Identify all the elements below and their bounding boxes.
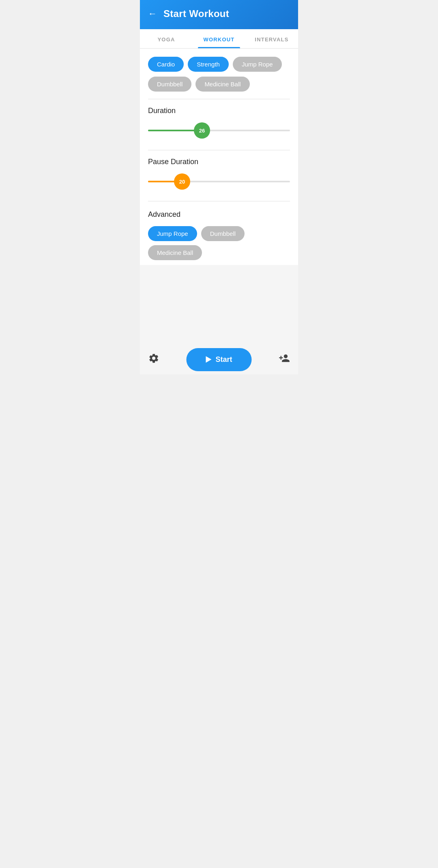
divider-2 — [148, 150, 290, 150]
add-person-icon — [279, 353, 290, 364]
divider-3 — [148, 201, 290, 201]
main-content: Cardio Strength Jump Rope Dumbbell Medic… — [140, 49, 298, 265]
chip-cardio[interactable]: Cardio — [148, 57, 184, 72]
duration-thumb[interactable]: 26 — [194, 122, 210, 139]
chip-medicine-ball-adv[interactable]: Medicine Ball — [148, 245, 202, 260]
duration-label: Duration — [148, 107, 290, 115]
play-icon — [206, 356, 211, 363]
pause-duration-thumb[interactable]: 20 — [174, 173, 190, 190]
tab-workout[interactable]: WORKOUT — [193, 29, 245, 48]
tab-yoga[interactable]: YOGA — [140, 29, 193, 48]
start-button-label: Start — [215, 355, 232, 364]
chip-strength[interactable]: Strength — [188, 57, 229, 72]
header: ← Start Workout — [140, 0, 298, 29]
pause-duration-track — [148, 181, 290, 182]
settings-button[interactable] — [148, 353, 159, 366]
divider-1 — [148, 99, 290, 99]
tabs-bar: YOGA WORKOUT INTERVALS — [140, 29, 298, 49]
advanced-label: Advanced — [148, 210, 290, 219]
bottom-bar: Start — [140, 346, 298, 374]
page-title: Start Workout — [163, 8, 229, 19]
pause-duration-slider[interactable]: 20 — [148, 173, 290, 190]
chip-medicine-ball[interactable]: Medicine Ball — [195, 77, 249, 92]
filter-chips-row2: Dumbbell Medicine Ball — [148, 77, 290, 92]
phone-container: ← Start Workout YOGA WORKOUT INTERVALS C… — [140, 0, 298, 374]
gray-spacer — [140, 265, 298, 346]
chip-jump-rope[interactable]: Jump Rope — [233, 57, 282, 72]
pause-duration-section: Pause Duration 20 — [148, 158, 290, 194]
chip-jump-rope-adv[interactable]: Jump Rope — [148, 226, 197, 241]
filter-chips-row1: Cardio Strength Jump Rope — [148, 57, 290, 72]
duration-track — [148, 130, 290, 131]
duration-section: Duration 26 — [148, 107, 290, 143]
advanced-section: Advanced Jump Rope Dumbbell Medicine Bal… — [148, 209, 290, 260]
add-person-button[interactable] — [279, 353, 290, 366]
chip-dumbbell-adv[interactable]: Dumbbell — [201, 226, 245, 241]
tab-intervals[interactable]: INTERVALS — [245, 29, 298, 48]
chip-dumbbell[interactable]: Dumbbell — [148, 77, 191, 92]
pause-duration-label: Pause Duration — [148, 158, 290, 166]
back-button[interactable]: ← — [148, 9, 157, 18]
gear-icon — [148, 353, 159, 364]
start-button[interactable]: Start — [186, 348, 251, 371]
advanced-chips-row: Jump Rope Dumbbell Medicine Ball — [148, 226, 290, 260]
duration-slider[interactable]: 26 — [148, 122, 290, 139]
